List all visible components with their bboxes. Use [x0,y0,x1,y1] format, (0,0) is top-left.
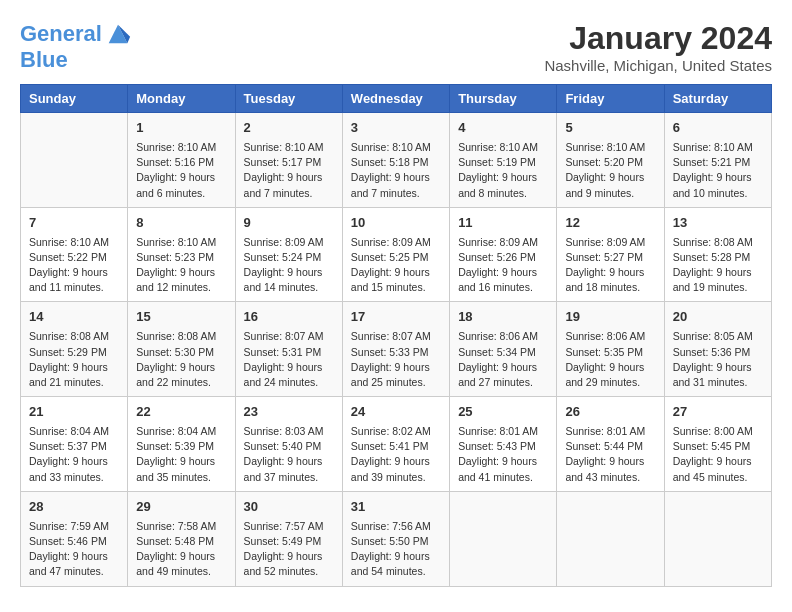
day-number: 17 [351,308,441,327]
day-number: 15 [136,308,226,327]
day-number: 1 [136,119,226,138]
calendar-cell [557,491,664,586]
calendar-cell: 27Sunrise: 8:00 AMSunset: 5:45 PMDayligh… [664,397,771,492]
calendar-cell [450,491,557,586]
day-number: 31 [351,498,441,517]
day-number: 21 [29,403,119,422]
calendar-cell: 7Sunrise: 8:10 AMSunset: 5:22 PMDaylight… [21,207,128,302]
calendar-cell: 12Sunrise: 8:09 AMSunset: 5:27 PMDayligh… [557,207,664,302]
calendar-cell: 8Sunrise: 8:10 AMSunset: 5:23 PMDaylight… [128,207,235,302]
day-number: 11 [458,214,548,233]
day-number: 30 [244,498,334,517]
calendar-cell: 19Sunrise: 8:06 AMSunset: 5:35 PMDayligh… [557,302,664,397]
day-number: 16 [244,308,334,327]
cell-info: Sunrise: 8:10 AMSunset: 5:17 PMDaylight:… [244,140,334,201]
cell-info: Sunrise: 8:10 AMSunset: 5:23 PMDaylight:… [136,235,226,296]
calendar-cell: 20Sunrise: 8:05 AMSunset: 5:36 PMDayligh… [664,302,771,397]
day-number: 26 [565,403,655,422]
calendar-week-0: 1Sunrise: 8:10 AMSunset: 5:16 PMDaylight… [21,113,772,208]
calendar-cell: 17Sunrise: 8:07 AMSunset: 5:33 PMDayligh… [342,302,449,397]
logo: General Blue [20,20,132,72]
calendar-cell: 16Sunrise: 8:07 AMSunset: 5:31 PMDayligh… [235,302,342,397]
day-number: 12 [565,214,655,233]
calendar-week-4: 28Sunrise: 7:59 AMSunset: 5:46 PMDayligh… [21,491,772,586]
calendar-cell [664,491,771,586]
cell-info: Sunrise: 8:10 AMSunset: 5:20 PMDaylight:… [565,140,655,201]
cell-info: Sunrise: 8:07 AMSunset: 5:33 PMDaylight:… [351,329,441,390]
cell-info: Sunrise: 8:07 AMSunset: 5:31 PMDaylight:… [244,329,334,390]
cell-info: Sunrise: 8:10 AMSunset: 5:19 PMDaylight:… [458,140,548,201]
calendar-cell: 13Sunrise: 8:08 AMSunset: 5:28 PMDayligh… [664,207,771,302]
cell-info: Sunrise: 8:00 AMSunset: 5:45 PMDaylight:… [673,424,763,485]
day-number: 9 [244,214,334,233]
cell-info: Sunrise: 7:57 AMSunset: 5:49 PMDaylight:… [244,519,334,580]
day-number: 18 [458,308,548,327]
cell-info: Sunrise: 8:06 AMSunset: 5:35 PMDaylight:… [565,329,655,390]
calendar-cell: 9Sunrise: 8:09 AMSunset: 5:24 PMDaylight… [235,207,342,302]
header-monday: Monday [128,85,235,113]
cell-info: Sunrise: 8:05 AMSunset: 5:36 PMDaylight:… [673,329,763,390]
calendar-cell: 21Sunrise: 8:04 AMSunset: 5:37 PMDayligh… [21,397,128,492]
calendar-cell: 26Sunrise: 8:01 AMSunset: 5:44 PMDayligh… [557,397,664,492]
title-block: January 2024 Nashville, Michigan, United… [544,20,772,74]
cell-info: Sunrise: 8:10 AMSunset: 5:21 PMDaylight:… [673,140,763,201]
logo-blue-text: Blue [20,48,132,72]
day-number: 22 [136,403,226,422]
cell-info: Sunrise: 8:10 AMSunset: 5:16 PMDaylight:… [136,140,226,201]
cell-info: Sunrise: 8:09 AMSunset: 5:26 PMDaylight:… [458,235,548,296]
calendar-cell: 1Sunrise: 8:10 AMSunset: 5:16 PMDaylight… [128,113,235,208]
header-friday: Friday [557,85,664,113]
calendar-cell: 28Sunrise: 7:59 AMSunset: 5:46 PMDayligh… [21,491,128,586]
day-number: 25 [458,403,548,422]
cell-info: Sunrise: 7:56 AMSunset: 5:50 PMDaylight:… [351,519,441,580]
day-number: 3 [351,119,441,138]
day-number: 19 [565,308,655,327]
day-number: 7 [29,214,119,233]
calendar-cell: 3Sunrise: 8:10 AMSunset: 5:18 PMDaylight… [342,113,449,208]
cell-info: Sunrise: 8:08 AMSunset: 5:28 PMDaylight:… [673,235,763,296]
calendar-week-2: 14Sunrise: 8:08 AMSunset: 5:29 PMDayligh… [21,302,772,397]
day-number: 2 [244,119,334,138]
day-number: 23 [244,403,334,422]
calendar-cell: 6Sunrise: 8:10 AMSunset: 5:21 PMDaylight… [664,113,771,208]
cell-info: Sunrise: 8:09 AMSunset: 5:24 PMDaylight:… [244,235,334,296]
day-number: 5 [565,119,655,138]
day-number: 13 [673,214,763,233]
calendar-cell: 10Sunrise: 8:09 AMSunset: 5:25 PMDayligh… [342,207,449,302]
header-tuesday: Tuesday [235,85,342,113]
logo-icon [104,20,132,48]
header-sunday: Sunday [21,85,128,113]
calendar-cell: 23Sunrise: 8:03 AMSunset: 5:40 PMDayligh… [235,397,342,492]
day-number: 14 [29,308,119,327]
cell-info: Sunrise: 8:10 AMSunset: 5:18 PMDaylight:… [351,140,441,201]
calendar-week-3: 21Sunrise: 8:04 AMSunset: 5:37 PMDayligh… [21,397,772,492]
header-saturday: Saturday [664,85,771,113]
calendar-cell [21,113,128,208]
cell-info: Sunrise: 7:58 AMSunset: 5:48 PMDaylight:… [136,519,226,580]
cell-info: Sunrise: 8:02 AMSunset: 5:41 PMDaylight:… [351,424,441,485]
cell-info: Sunrise: 8:04 AMSunset: 5:37 PMDaylight:… [29,424,119,485]
calendar-cell: 22Sunrise: 8:04 AMSunset: 5:39 PMDayligh… [128,397,235,492]
calendar-cell: 5Sunrise: 8:10 AMSunset: 5:20 PMDaylight… [557,113,664,208]
cell-info: Sunrise: 8:01 AMSunset: 5:43 PMDaylight:… [458,424,548,485]
day-number: 4 [458,119,548,138]
logo-text: General [20,22,102,46]
cell-info: Sunrise: 7:59 AMSunset: 5:46 PMDaylight:… [29,519,119,580]
day-number: 8 [136,214,226,233]
calendar-cell: 15Sunrise: 8:08 AMSunset: 5:30 PMDayligh… [128,302,235,397]
calendar-cell: 24Sunrise: 8:02 AMSunset: 5:41 PMDayligh… [342,397,449,492]
cell-info: Sunrise: 8:08 AMSunset: 5:29 PMDaylight:… [29,329,119,390]
calendar-cell: 25Sunrise: 8:01 AMSunset: 5:43 PMDayligh… [450,397,557,492]
calendar-cell: 4Sunrise: 8:10 AMSunset: 5:19 PMDaylight… [450,113,557,208]
calendar-cell: 14Sunrise: 8:08 AMSunset: 5:29 PMDayligh… [21,302,128,397]
cell-info: Sunrise: 8:09 AMSunset: 5:25 PMDaylight:… [351,235,441,296]
cell-info: Sunrise: 8:01 AMSunset: 5:44 PMDaylight:… [565,424,655,485]
main-title: January 2024 [544,20,772,57]
subtitle: Nashville, Michigan, United States [544,57,772,74]
cell-info: Sunrise: 8:09 AMSunset: 5:27 PMDaylight:… [565,235,655,296]
calendar-cell: 29Sunrise: 7:58 AMSunset: 5:48 PMDayligh… [128,491,235,586]
header-thursday: Thursday [450,85,557,113]
calendar-cell: 31Sunrise: 7:56 AMSunset: 5:50 PMDayligh… [342,491,449,586]
calendar-cell: 18Sunrise: 8:06 AMSunset: 5:34 PMDayligh… [450,302,557,397]
calendar-cell: 2Sunrise: 8:10 AMSunset: 5:17 PMDaylight… [235,113,342,208]
